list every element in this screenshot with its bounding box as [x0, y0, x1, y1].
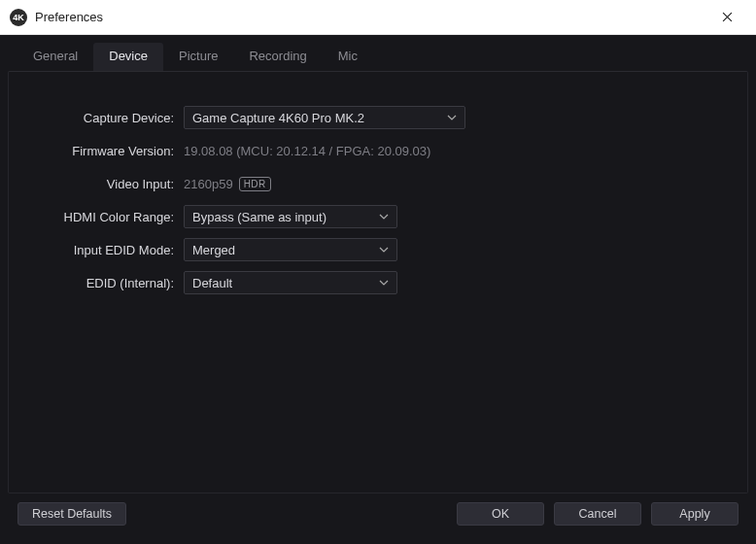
chevron-down-icon: [447, 113, 457, 122]
titlebar: 4K Preferences: [0, 0, 756, 35]
tab-general[interactable]: General: [17, 43, 93, 72]
tab-recording[interactable]: Recording: [233, 43, 322, 72]
row-input-edid-mode: Input EDID Mode: Merged: [28, 233, 728, 266]
capture-device-value: Game Capture 4K60 Pro MK.2: [192, 111, 364, 125]
preferences-window: 4K Preferences General Device Picture Re…: [0, 0, 756, 544]
chevron-down-icon: [379, 278, 389, 288]
hdr-badge: HDR: [239, 177, 271, 191]
chevron-down-icon: [379, 245, 389, 255]
label-firmware-version: Firmware Version:: [28, 144, 184, 158]
input-edid-mode-select[interactable]: Merged: [184, 238, 397, 261]
close-icon: [722, 9, 733, 26]
label-input-edid-mode: Input EDID Mode:: [28, 243, 184, 257]
row-hdmi-color-range: HDMI Color Range: Bypass (Same as input): [28, 200, 728, 233]
row-firmware-version: Firmware Version: 19.08.08 (MCU: 20.12.1…: [28, 134, 728, 167]
tab-device[interactable]: Device: [93, 43, 163, 72]
cancel-button[interactable]: Cancel: [554, 502, 641, 526]
edid-internal-select[interactable]: Default: [184, 271, 397, 294]
window-title: Preferences: [35, 10, 707, 24]
tab-picture[interactable]: Picture: [163, 43, 233, 72]
close-button[interactable]: [707, 0, 746, 35]
ok-button[interactable]: OK: [457, 502, 544, 526]
footer: Reset Defaults OK Cancel Apply: [8, 493, 748, 538]
body: General Device Picture Recording Mic Cap…: [0, 35, 756, 544]
tabs: General Device Picture Recording Mic: [8, 43, 748, 72]
edid-internal-value: Default: [192, 276, 232, 290]
label-edid-internal: EDID (Internal):: [28, 276, 184, 290]
label-capture-device: Capture Device:: [28, 111, 184, 125]
device-panel: Capture Device: Game Capture 4K60 Pro MK…: [8, 71, 748, 493]
row-capture-device: Capture Device: Game Capture 4K60 Pro MK…: [28, 101, 728, 134]
tab-mic[interactable]: Mic: [323, 43, 373, 72]
hdmi-color-range-select[interactable]: Bypass (Same as input): [184, 205, 397, 228]
label-hdmi-color-range: HDMI Color Range:: [28, 210, 184, 224]
input-edid-mode-value: Merged: [192, 243, 235, 257]
row-edid-internal: EDID (Internal): Default: [28, 266, 728, 299]
reset-defaults-button[interactable]: Reset Defaults: [17, 502, 126, 526]
app-icon: 4K: [10, 9, 27, 26]
row-video-input: Video Input: 2160p59 HDR: [28, 167, 728, 200]
firmware-version-value: 19.08.08 (MCU: 20.12.14 / FPGA: 20.09.03…: [184, 144, 430, 158]
capture-device-select[interactable]: Game Capture 4K60 Pro MK.2: [184, 106, 465, 129]
chevron-down-icon: [379, 212, 389, 221]
video-input-value: 2160p59 HDR: [184, 177, 271, 191]
apply-button[interactable]: Apply: [651, 502, 739, 526]
hdmi-color-range-value: Bypass (Same as input): [192, 210, 326, 224]
video-input-resolution: 2160p59: [184, 177, 233, 191]
label-video-input: Video Input:: [28, 177, 184, 191]
